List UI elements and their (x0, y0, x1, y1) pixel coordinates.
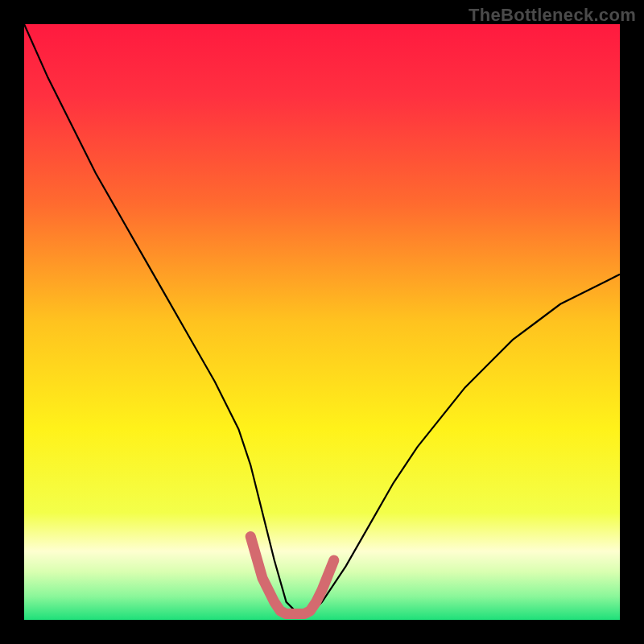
series-valley-highlight (250, 536, 334, 613)
curves-layer (24, 24, 620, 620)
plot-area (24, 24, 620, 620)
series-bottleneck-curve (24, 24, 620, 614)
watermark-text: TheBottleneck.com (469, 5, 636, 26)
chart-frame: TheBottleneck.com (0, 0, 644, 644)
